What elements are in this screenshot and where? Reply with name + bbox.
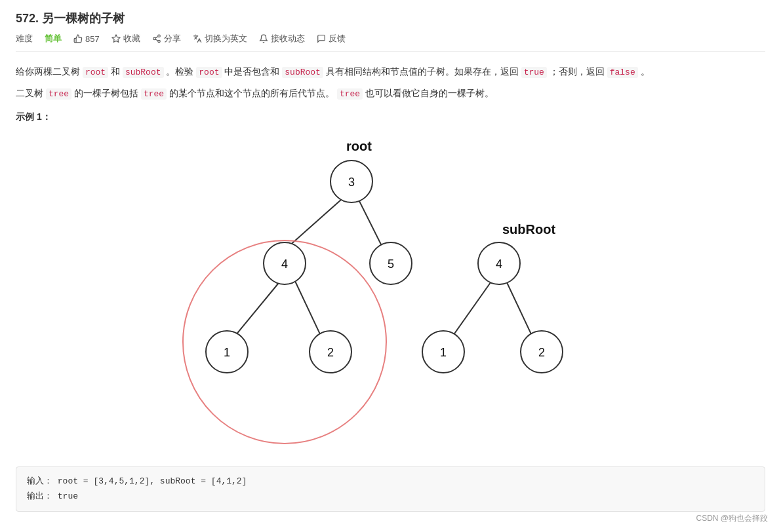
svg-text:1: 1 (439, 346, 446, 359)
difficulty-value: 简单 (45, 33, 62, 45)
svg-text:root: root (346, 139, 372, 153)
description: 给你两棵二叉树 root 和 subRoot 。检验 root 中是否包含和 s… (16, 64, 765, 102)
feedback-item[interactable]: 反馈 (317, 33, 346, 45)
input-line: 输入： root = [3,4,5,1,2], subRoot = [4,1,2… (27, 474, 754, 489)
translate-item[interactable]: 切换为英文 (193, 33, 247, 45)
io-box: 输入： root = [3,4,5,1,2], subRoot = [4,1,2… (16, 466, 765, 512)
svg-text:5: 5 (387, 257, 393, 271)
svg-text:2: 2 (327, 346, 333, 359)
watermark: CSDN @狗也会择跤 (696, 513, 768, 524)
desc-line2: 二叉树 tree 的一棵子树包括 tree 的某个节点和这个节点的所有后代节点。… (16, 85, 765, 102)
svg-marker-0 (112, 35, 120, 42)
page-wrapper: 572. 另一棵树的子树 难度 简单 857 收藏 分享 切换为英文 接收动态 … (0, 0, 781, 522)
notify-item[interactable]: 接收动态 (259, 33, 305, 45)
input-key: 输入： (27, 476, 52, 486)
notify-label: 接收动态 (271, 33, 305, 45)
likes-count: 857 (85, 34, 100, 44)
feedback-label: 反馈 (329, 33, 346, 45)
star-icon (111, 34, 121, 43)
svg-line-8 (356, 195, 382, 247)
svg-line-7 (288, 195, 347, 247)
output-key: 输出： (27, 491, 52, 501)
bell-icon (259, 34, 268, 43)
svg-line-23 (453, 280, 492, 335)
share-label: 分享 (164, 33, 181, 45)
svg-line-5 (155, 37, 158, 38)
share-item[interactable]: 分享 (152, 33, 181, 45)
translate-label: 切换为英文 (205, 33, 247, 45)
svg-text:2: 2 (538, 346, 544, 359)
svg-point-2 (153, 37, 155, 40)
svg-line-9 (235, 280, 281, 335)
difficulty-label: 难度 (16, 33, 33, 45)
svg-line-4 (155, 39, 158, 41)
feedback-icon (317, 34, 326, 43)
svg-line-10 (294, 280, 321, 335)
meta-bar: 难度 简单 857 收藏 分享 切换为英文 接收动态 反馈 (16, 33, 765, 52)
share-icon (152, 34, 161, 43)
svg-text:3: 3 (348, 176, 354, 189)
page-title: 572. 另一棵树的子树 (16, 10, 765, 26)
likes-item[interactable]: 857 (73, 34, 100, 44)
diagram-area: root 3 4 5 1 (161, 132, 620, 453)
output-value: true (58, 491, 78, 501)
desc-line1: 给你两棵二叉树 root 和 subRoot 。检验 root 中是否包含和 s… (16, 64, 765, 80)
output-line: 输出： true (27, 489, 754, 504)
svg-point-3 (157, 40, 160, 43)
collect-item[interactable]: 收藏 (111, 33, 140, 45)
svg-point-1 (157, 35, 160, 37)
tree-diagram: root 3 4 5 1 (161, 132, 620, 453)
translate-icon (193, 34, 202, 43)
thumbsup-icon (73, 34, 83, 43)
svg-line-24 (506, 280, 532, 335)
example-label: 示例 1： (16, 111, 765, 123)
svg-text:subRoot: subRoot (502, 222, 555, 237)
svg-text:4: 4 (281, 257, 287, 271)
input-value: root = [3,4,5,1,2], subRoot = [4,1,2] (58, 476, 247, 486)
svg-text:1: 1 (223, 346, 230, 359)
collect-label: 收藏 (123, 33, 140, 45)
svg-text:4: 4 (495, 257, 502, 271)
